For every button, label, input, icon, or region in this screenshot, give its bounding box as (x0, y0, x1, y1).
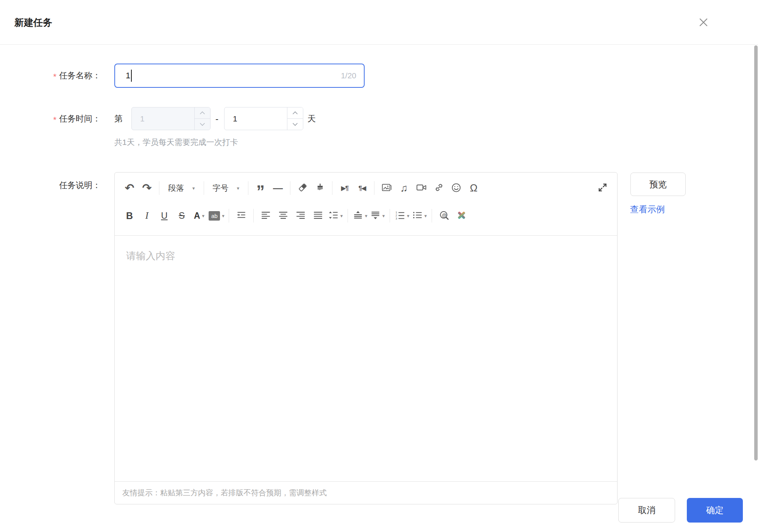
special-character-button[interactable]: Ω (465, 179, 482, 197)
chevron-down-icon: ▾ (340, 213, 343, 218)
undo-button[interactable]: ↶ (121, 179, 138, 197)
toolbar-divider (332, 181, 332, 195)
indent-paragraph-button[interactable]: ▶¶ (336, 179, 353, 197)
music-note-icon: ♫ (400, 182, 408, 194)
required-asterisk: * (53, 116, 56, 124)
blockquote-button[interactable]: ” (252, 179, 269, 197)
horizontal-rule-button[interactable]: — (269, 179, 287, 197)
chevron-down-icon: ▾ (202, 213, 205, 218)
toolbar-divider (204, 181, 204, 195)
task-time-helper-text: 共1天，学员每天需要完成一次打卡 (114, 137, 238, 148)
underline-button[interactable]: U (156, 207, 173, 224)
insert-video-button[interactable] (413, 179, 430, 197)
outdent-paragraph-button[interactable]: ¶◀ (353, 179, 371, 197)
task-name-value: 1 (126, 71, 130, 81)
view-example-link[interactable]: 查看示例 (630, 204, 665, 215)
ordered-list-icon: 123 (395, 211, 405, 221)
ordered-list-button[interactable]: 123 ▾ (393, 207, 411, 224)
chevron-up-icon (292, 110, 298, 116)
redo-button[interactable]: ↷ (138, 179, 156, 197)
underline-icon: U (161, 210, 167, 221)
line-height-button[interactable]: ▾ (327, 207, 344, 224)
highlight-icon: ab (209, 211, 220, 221)
space-before-paragraph-button[interactable]: ▾ (351, 207, 369, 224)
decrement-button[interactable] (287, 119, 303, 130)
omega-icon: Ω (470, 182, 477, 194)
toolbar-divider (374, 181, 374, 195)
xiumi-icon (456, 210, 467, 222)
toolbar-divider (348, 209, 348, 222)
vertical-scrollbar[interactable] (754, 45, 758, 460)
align-right-icon (296, 211, 306, 221)
bold-icon: B (126, 210, 133, 221)
insert-audio-button[interactable]: ♫ (395, 179, 413, 197)
font-size-dropdown[interactable]: 字号 ▾ (207, 179, 245, 197)
cancel-button[interactable]: 取消 (618, 498, 675, 523)
close-icon (697, 16, 710, 30)
toolbar-divider (159, 181, 159, 195)
task-name-label-row: * 任务名称： (0, 64, 101, 88)
rich-text-editor: ↶ ↷ 段落 ▾ 字号 ▾ ” — (114, 172, 618, 504)
font-size-dropdown-label: 字号 (213, 183, 229, 193)
chevron-down-icon: ▾ (237, 186, 240, 191)
close-button[interactable] (696, 15, 711, 30)
insert-image-button[interactable] (378, 179, 395, 197)
align-center-button[interactable] (275, 207, 292, 224)
align-left-icon (261, 211, 271, 221)
end-day-stepper[interactable]: 1 (224, 107, 303, 130)
align-center-icon (278, 211, 288, 221)
increment-button[interactable] (287, 107, 303, 119)
text-indent-button[interactable] (232, 207, 250, 224)
link-icon (434, 182, 444, 194)
font-color-button[interactable]: A ▾ (190, 207, 208, 224)
font-color-icon: A (194, 211, 200, 221)
fullscreen-button[interactable] (594, 179, 611, 197)
chevron-down-icon: ▾ (382, 213, 385, 218)
chevron-down-icon: ▾ (192, 186, 195, 191)
brush-icon (315, 182, 325, 194)
toolbar-divider (432, 209, 432, 222)
end-day-value: 1 (225, 107, 287, 130)
space-after-icon (370, 211, 381, 221)
chevron-down-icon: ▾ (222, 213, 225, 218)
unordered-list-button[interactable]: ▾ (411, 207, 428, 224)
xiumi-import-button[interactable] (453, 207, 470, 224)
toolbar-divider (229, 209, 229, 222)
confirm-button[interactable]: 确定 (687, 498, 743, 523)
eraser-button[interactable] (294, 179, 311, 197)
chevron-down-icon: ▾ (424, 213, 427, 218)
increment-button[interactable] (195, 107, 210, 119)
editor-placeholder: 请输入内容 (126, 249, 606, 263)
align-justify-icon (313, 211, 323, 221)
decrement-button[interactable] (195, 119, 210, 130)
space-before-icon (353, 211, 363, 221)
align-left-button[interactable] (257, 207, 275, 224)
clear-format-brush-button[interactable] (311, 179, 329, 197)
svg-text:3: 3 (395, 217, 397, 219)
space-after-paragraph-button[interactable]: ▾ (369, 207, 386, 224)
italic-icon: I (145, 210, 148, 221)
insert-emoji-button[interactable] (448, 179, 465, 197)
editor-toolbar: ↶ ↷ 段落 ▾ 字号 ▾ ” — (115, 173, 617, 236)
align-justify-button[interactable] (309, 207, 327, 224)
task-name-input[interactable]: 1 1/20 (114, 64, 365, 88)
indent-paragraph-icon: ▶¶ (341, 184, 348, 192)
editor-content-area[interactable]: 请输入内容 (115, 236, 617, 481)
italic-button[interactable]: I (138, 207, 156, 224)
task-time-label-row: * 任务时间： (0, 107, 101, 130)
chevron-down-icon (292, 121, 298, 127)
char-counter: 1/20 (341, 71, 356, 80)
preview-button[interactable]: 预览 (630, 173, 686, 196)
expand-icon (597, 182, 608, 194)
bold-button[interactable]: B (121, 207, 138, 224)
toolbar-divider (253, 209, 254, 222)
smiley-icon (451, 182, 462, 194)
paragraph-style-dropdown[interactable]: 段落 ▾ (163, 179, 200, 197)
chevron-down-icon: ▾ (407, 213, 410, 218)
insert-link-button[interactable] (430, 179, 448, 197)
highlight-color-button[interactable]: ab ▾ (208, 207, 225, 224)
mention-search-button[interactable]: @ (435, 207, 453, 224)
strikethrough-button[interactable]: S (173, 207, 190, 224)
align-right-button[interactable] (292, 207, 309, 224)
toolbar-divider (390, 209, 390, 222)
